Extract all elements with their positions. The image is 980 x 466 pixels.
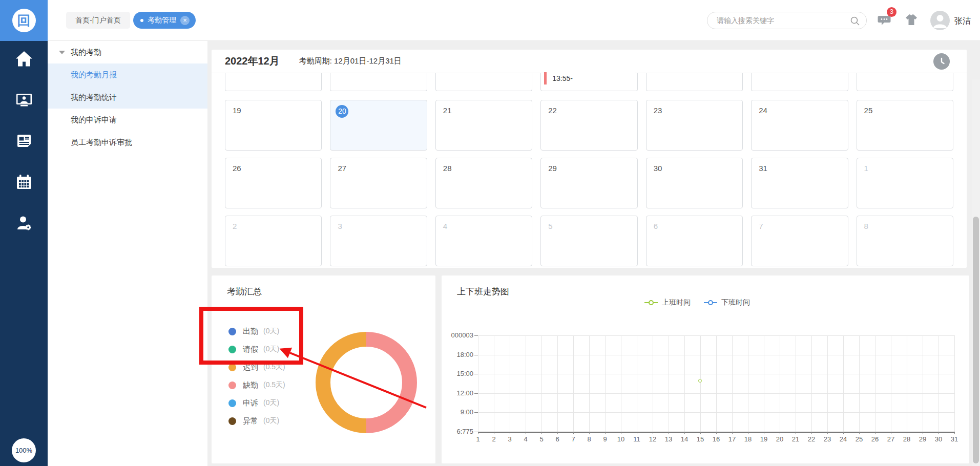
- x-tick: [923, 432, 923, 434]
- tab-attendance-management[interactable]: 考勤管理 ×: [133, 12, 196, 29]
- calendar-day-cell[interactable]: 19: [225, 100, 322, 151]
- search-input[interactable]: [717, 12, 845, 29]
- news-icon: [14, 131, 34, 151]
- legend-marker-icon: [704, 300, 717, 305]
- legend-dot-icon: [228, 382, 236, 389]
- day-number: 8: [864, 222, 868, 230]
- calendar-day-cell[interactable]: 8: [857, 216, 953, 266]
- sidebar-item-2[interactable]: 我的申诉申请: [48, 109, 207, 131]
- x-tick-label: 5: [535, 435, 548, 443]
- calendar-day-cell[interactable]: 2: [225, 216, 322, 266]
- calendar-day-cell[interactable]: 27: [330, 158, 427, 208]
- x-tick-label: 13: [662, 435, 675, 443]
- x-gridline: [589, 335, 590, 432]
- calendar-day-cell[interactable]: 21: [435, 100, 532, 151]
- calendar-day-cell[interactable]: 1: [857, 158, 953, 208]
- y-tick: [474, 355, 478, 355]
- sidebar-item-1[interactable]: 我的考勤统计: [48, 86, 207, 109]
- legend-count: (0天): [263, 345, 279, 354]
- history-clock-button[interactable]: [933, 53, 950, 70]
- calendar-day-cell-partial[interactable]: [751, 73, 848, 91]
- x-tick: [669, 432, 669, 434]
- day-number: 26: [233, 164, 241, 173]
- search-box[interactable]: [707, 12, 867, 29]
- calendar-day-cell[interactable]: 22: [540, 100, 637, 151]
- x-tick-label: 10: [614, 435, 628, 443]
- calendar-day-cell-partial[interactable]: [857, 73, 953, 91]
- sidebar-workspace-button[interactable]: [12, 89, 36, 111]
- theme-skin-button[interactable]: [903, 13, 920, 30]
- calendar-day-cell-partial[interactable]: [225, 73, 322, 91]
- legend-item[interactable]: 迟到(0.5天): [228, 361, 285, 373]
- legend-item[interactable]: 出勤(0天): [228, 325, 285, 337]
- sidebar-home-button[interactable]: [12, 48, 36, 70]
- x-tick-label: 20: [773, 435, 786, 443]
- app-logo[interactable]: 回: [0, 0, 48, 41]
- trend-legend-item[interactable]: 上班时间: [644, 298, 691, 307]
- calendar-day-cell-partial[interactable]: [435, 73, 532, 91]
- calendar-day-cell[interactable]: 3: [330, 216, 427, 266]
- scrollbar-thumb[interactable]: [973, 217, 979, 463]
- x-tick-label: 17: [725, 435, 739, 443]
- x-tick: [684, 432, 685, 434]
- calendar-day-cell-partial[interactable]: [330, 73, 427, 91]
- trend-legend-label: 上班时间: [662, 298, 691, 307]
- legend-count: (0.5天): [263, 363, 285, 372]
- legend-label: 请假: [243, 345, 258, 354]
- notification-badge: 3: [887, 7, 896, 17]
- attendance-donut-chart: [310, 326, 423, 439]
- breadcrumb-label: 首页-门户首页: [75, 16, 121, 25]
- calendar-day-cell[interactable]: 31: [751, 158, 848, 208]
- legend-item[interactable]: 申诉(0天): [228, 397, 285, 409]
- calendar-day-cell[interactable]: 23: [646, 100, 743, 151]
- x-tick: [939, 432, 939, 434]
- sidebar-item-3[interactable]: 员工考勤申诉审批: [48, 131, 207, 154]
- sidebar-item-0[interactable]: 我的考勤月报: [48, 63, 207, 86]
- calendar-day-cell[interactable]: 28: [435, 158, 532, 208]
- calendar-day-cell[interactable]: 30: [646, 158, 743, 208]
- x-gridline: [700, 335, 701, 432]
- trend-legend-item[interactable]: 下班时间: [704, 298, 750, 307]
- sidebar-news-button[interactable]: [12, 130, 36, 152]
- x-gridline: [764, 335, 764, 432]
- calendar-day-cell-partial[interactable]: [646, 73, 743, 91]
- legend-item[interactable]: 请假(0天): [228, 343, 285, 355]
- tab-label: 考勤管理: [148, 16, 176, 25]
- calendar-day-cell[interactable]: 25: [857, 100, 953, 151]
- calendar-day-cell[interactable]: 5: [540, 216, 637, 266]
- search-icon[interactable]: [850, 16, 860, 26]
- menu-group-my-attendance[interactable]: 我的考勤: [48, 41, 207, 63]
- calendar-day-cell[interactable]: 20: [330, 100, 427, 151]
- zoom-level-button[interactable]: 100%: [12, 438, 36, 462]
- legend-marker-circle: [649, 300, 654, 305]
- breadcrumb-home-tab[interactable]: 首页-门户首页: [66, 12, 130, 29]
- calendar-day-cell[interactable]: 7: [751, 216, 848, 266]
- legend-dot-icon: [228, 399, 236, 407]
- x-tick: [557, 432, 558, 434]
- calendar-event-chip[interactable]: 13:55-: [544, 72, 635, 84]
- calendar-day-cell[interactable]: 24: [751, 100, 848, 151]
- x-tick-label: 14: [678, 435, 691, 443]
- x-tick: [605, 432, 606, 434]
- x-gridline: [843, 335, 844, 432]
- calendar-day-cell[interactable]: 29: [540, 158, 637, 208]
- legend-item[interactable]: 缺勤(0.5天): [228, 379, 285, 391]
- calendar-day-cell[interactable]: 6: [646, 216, 743, 266]
- scrollbar-track[interactable]: [972, 79, 980, 466]
- sidebar-calendar-button[interactable]: [12, 171, 36, 193]
- calendar-day-cell-partial[interactable]: 13:55-: [540, 73, 637, 91]
- calendar-icon: [14, 172, 34, 192]
- legend-item[interactable]: 异常(0天): [228, 415, 285, 427]
- calendar-day-cell[interactable]: 4: [435, 216, 532, 266]
- trend-legend: 上班时间下班时间: [644, 298, 750, 307]
- x-gridline: [526, 335, 526, 432]
- messages-button[interactable]: 3: [877, 13, 895, 29]
- close-icon[interactable]: ×: [180, 16, 190, 25]
- sidebar-user-settings-button[interactable]: [12, 212, 36, 234]
- x-tick-label: 16: [710, 435, 723, 443]
- x-tick-label: 28: [900, 435, 913, 443]
- x-tick-label: 19: [757, 435, 770, 443]
- calendar-day-cell[interactable]: 26: [225, 158, 322, 208]
- app-screen: 回 首页-门户首页 考勤管理 × 3 张洁: [0, 0, 980, 466]
- avatar[interactable]: [930, 11, 950, 30]
